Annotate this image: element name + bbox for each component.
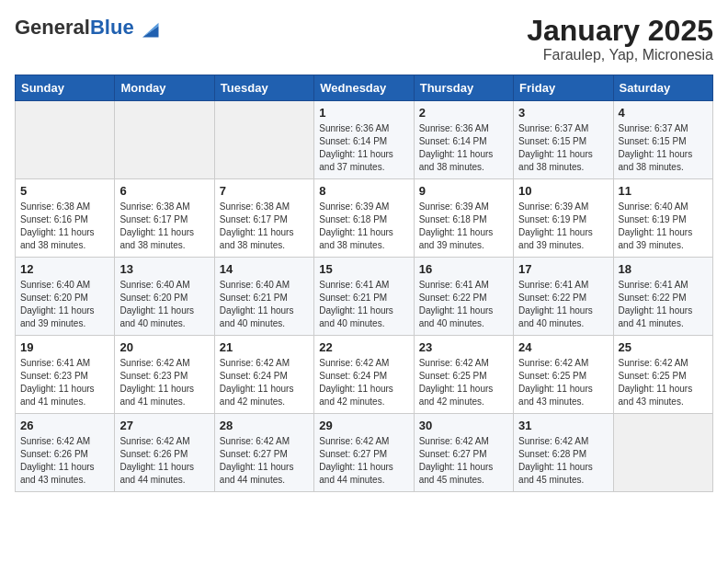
day-info: Sunrise: 6:41 AM Sunset: 6:22 PM Dayligh…	[619, 279, 708, 330]
day-number: 24	[518, 340, 608, 354]
day-info: Sunrise: 6:41 AM Sunset: 6:23 PM Dayligh…	[20, 357, 109, 408]
day-info: Sunrise: 6:42 AM Sunset: 6:26 PM Dayligh…	[119, 435, 209, 487]
calendar-cell: 28Sunrise: 6:42 AM Sunset: 6:27 PM Dayli…	[214, 414, 313, 492]
weekday-header: Wednesday	[314, 75, 414, 101]
day-number: 11	[619, 184, 708, 198]
calendar-cell: 15Sunrise: 6:41 AM Sunset: 6:21 PM Dayli…	[314, 258, 414, 336]
calendar-cell: 9Sunrise: 6:39 AM Sunset: 6:18 PM Daylig…	[414, 179, 513, 258]
calendar-cell: 29Sunrise: 6:42 AM Sunset: 6:27 PM Dayli…	[314, 414, 414, 492]
calendar-cell: 8Sunrise: 6:39 AM Sunset: 6:18 PM Daylig…	[314, 179, 414, 258]
logo-general: General	[15, 16, 90, 39]
calendar-cell: 27Sunrise: 6:42 AM Sunset: 6:26 PM Dayli…	[115, 414, 214, 492]
calendar-cell	[214, 101, 313, 179]
day-number: 6	[119, 184, 209, 198]
calendar-cell: 6Sunrise: 6:38 AM Sunset: 6:17 PM Daylig…	[115, 179, 214, 258]
day-info: Sunrise: 6:42 AM Sunset: 6:25 PM Dayligh…	[619, 357, 708, 408]
calendar-table: SundayMondayTuesdayWednesdayThursdayFrid…	[15, 75, 713, 492]
calendar-cell: 2Sunrise: 6:36 AM Sunset: 6:14 PM Daylig…	[414, 101, 513, 179]
title-block: January 2025 Faraulep, Yap, Micronesia	[527, 15, 713, 63]
calendar-cell: 14Sunrise: 6:40 AM Sunset: 6:21 PM Dayli…	[214, 258, 313, 336]
day-number: 17	[518, 262, 608, 276]
day-number: 19	[20, 340, 109, 354]
calendar-subtitle: Faraulep, Yap, Micronesia	[527, 47, 713, 63]
day-info: Sunrise: 6:38 AM Sunset: 6:16 PM Dayligh…	[20, 201, 109, 252]
calendar-cell: 19Sunrise: 6:41 AM Sunset: 6:23 PM Dayli…	[16, 336, 115, 414]
day-number: 12	[20, 262, 109, 276]
calendar-title: January 2025	[527, 15, 713, 47]
day-number: 5	[20, 184, 109, 198]
calendar-cell: 3Sunrise: 6:37 AM Sunset: 6:15 PM Daylig…	[514, 101, 613, 179]
day-info: Sunrise: 6:36 AM Sunset: 6:14 PM Dayligh…	[419, 122, 508, 174]
day-info: Sunrise: 6:39 AM Sunset: 6:18 PM Dayligh…	[419, 201, 508, 252]
day-number: 10	[518, 184, 608, 198]
calendar-cell: 20Sunrise: 6:42 AM Sunset: 6:23 PM Dayli…	[115, 336, 214, 414]
calendar-cell: 1Sunrise: 6:36 AM Sunset: 6:14 PM Daylig…	[314, 101, 414, 179]
logo-icon	[136, 15, 162, 40]
day-info: Sunrise: 6:42 AM Sunset: 6:27 PM Dayligh…	[319, 435, 408, 487]
calendar-cell: 7Sunrise: 6:38 AM Sunset: 6:17 PM Daylig…	[214, 179, 313, 258]
calendar-cell: 31Sunrise: 6:42 AM Sunset: 6:28 PM Dayli…	[514, 414, 613, 492]
weekday-header: Saturday	[613, 75, 712, 101]
day-info: Sunrise: 6:40 AM Sunset: 6:20 PM Dayligh…	[119, 279, 209, 330]
calendar-cell: 16Sunrise: 6:41 AM Sunset: 6:22 PM Dayli…	[414, 258, 513, 336]
calendar-cell: 17Sunrise: 6:41 AM Sunset: 6:22 PM Dayli…	[514, 258, 613, 336]
calendar-cell	[613, 414, 712, 492]
calendar-cell: 25Sunrise: 6:42 AM Sunset: 6:25 PM Dayli…	[613, 336, 712, 414]
day-number: 28	[220, 419, 309, 432]
day-info: Sunrise: 6:42 AM Sunset: 6:26 PM Dayligh…	[20, 435, 109, 487]
day-number: 29	[319, 419, 408, 432]
day-number: 9	[419, 184, 508, 198]
day-number: 31	[518, 419, 608, 432]
day-number: 14	[220, 262, 309, 276]
day-number: 15	[319, 262, 408, 276]
day-info: Sunrise: 6:40 AM Sunset: 6:21 PM Dayligh…	[220, 279, 309, 330]
day-number: 13	[119, 262, 209, 276]
day-info: Sunrise: 6:42 AM Sunset: 6:25 PM Dayligh…	[419, 357, 508, 408]
calendar-cell: 18Sunrise: 6:41 AM Sunset: 6:22 PM Dayli…	[613, 258, 712, 336]
day-info: Sunrise: 6:37 AM Sunset: 6:15 PM Dayligh…	[518, 122, 608, 174]
day-info: Sunrise: 6:42 AM Sunset: 6:23 PM Dayligh…	[119, 357, 209, 408]
day-number: 1	[319, 106, 408, 120]
day-number: 4	[619, 106, 708, 120]
day-number: 27	[119, 419, 209, 432]
calendar-cell: 12Sunrise: 6:40 AM Sunset: 6:20 PM Dayli…	[16, 258, 115, 336]
day-number: 7	[220, 184, 309, 198]
day-number: 3	[518, 106, 608, 120]
day-info: Sunrise: 6:40 AM Sunset: 6:19 PM Dayligh…	[619, 201, 708, 252]
calendar-cell: 30Sunrise: 6:42 AM Sunset: 6:27 PM Dayli…	[414, 414, 513, 492]
calendar-cell: 23Sunrise: 6:42 AM Sunset: 6:25 PM Dayli…	[414, 336, 513, 414]
day-info: Sunrise: 6:42 AM Sunset: 6:28 PM Dayligh…	[518, 435, 608, 487]
calendar-cell: 21Sunrise: 6:42 AM Sunset: 6:24 PM Dayli…	[214, 336, 313, 414]
weekday-header: Friday	[514, 75, 613, 101]
day-info: Sunrise: 6:42 AM Sunset: 6:25 PM Dayligh…	[518, 357, 608, 408]
day-number: 16	[419, 262, 508, 276]
weekday-header: Tuesday	[214, 75, 313, 101]
day-info: Sunrise: 6:41 AM Sunset: 6:22 PM Dayligh…	[518, 279, 608, 330]
calendar-cell: 13Sunrise: 6:40 AM Sunset: 6:20 PM Dayli…	[115, 258, 214, 336]
calendar-cell: 5Sunrise: 6:38 AM Sunset: 6:16 PM Daylig…	[16, 179, 115, 258]
day-info: Sunrise: 6:41 AM Sunset: 6:22 PM Dayligh…	[419, 279, 508, 330]
day-number: 30	[419, 419, 508, 432]
calendar-cell	[115, 101, 214, 179]
day-number: 8	[319, 184, 408, 198]
day-info: Sunrise: 6:42 AM Sunset: 6:24 PM Dayligh…	[220, 357, 309, 408]
day-number: 18	[619, 262, 708, 276]
day-info: Sunrise: 6:36 AM Sunset: 6:14 PM Dayligh…	[319, 122, 408, 174]
day-info: Sunrise: 6:41 AM Sunset: 6:21 PM Dayligh…	[319, 279, 408, 330]
day-number: 2	[419, 106, 508, 120]
calendar-cell	[16, 101, 115, 179]
calendar-cell: 11Sunrise: 6:40 AM Sunset: 6:19 PM Dayli…	[613, 179, 712, 258]
day-info: Sunrise: 6:40 AM Sunset: 6:20 PM Dayligh…	[20, 279, 109, 330]
day-number: 26	[20, 419, 109, 432]
weekday-header: Sunday	[16, 75, 115, 101]
day-number: 21	[220, 340, 309, 354]
day-info: Sunrise: 6:38 AM Sunset: 6:17 PM Dayligh…	[119, 201, 209, 252]
page-header: GeneralBlue January 2025 Faraulep, Yap, …	[15, 15, 713, 63]
calendar-cell: 24Sunrise: 6:42 AM Sunset: 6:25 PM Dayli…	[514, 336, 613, 414]
day-info: Sunrise: 6:38 AM Sunset: 6:17 PM Dayligh…	[220, 201, 309, 252]
day-number: 25	[619, 340, 708, 354]
calendar-cell: 26Sunrise: 6:42 AM Sunset: 6:26 PM Dayli…	[16, 414, 115, 492]
day-info: Sunrise: 6:42 AM Sunset: 6:27 PM Dayligh…	[419, 435, 508, 487]
day-info: Sunrise: 6:37 AM Sunset: 6:15 PM Dayligh…	[619, 122, 708, 174]
calendar-cell: 4Sunrise: 6:37 AM Sunset: 6:15 PM Daylig…	[613, 101, 712, 179]
